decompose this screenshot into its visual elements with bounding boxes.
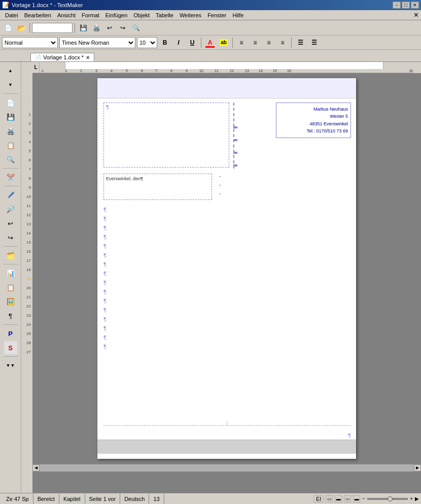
view-btn-4[interactable]: ▬: [353, 495, 360, 502]
address-frame[interactable]: Markus Neuhaus Wester 5 48351 Everswinke…: [276, 103, 351, 138]
menu-objekt[interactable]: Objekt: [130, 11, 153, 19]
sidebar-zoom[interactable]: 🔎: [4, 203, 17, 216]
align-right-button[interactable]: ≡: [263, 37, 275, 48]
tab-stop-indicator[interactable]: L: [32, 62, 40, 73]
horizontal-scroll-track[interactable]: [40, 464, 414, 472]
list-button[interactable]: ☰: [294, 37, 306, 48]
zoom-in-icon[interactable]: +: [410, 496, 413, 501]
search-button[interactable]: 🔍: [130, 22, 142, 34]
sidebar-chart[interactable]: 📊: [4, 266, 17, 280]
page-body: ¶ Markus Neuhaus Wester 5 48351 Everswin…: [97, 98, 356, 454]
align-center-button[interactable]: ≡: [249, 37, 261, 48]
view-btn-2[interactable]: ▬: [335, 495, 342, 502]
undo-button[interactable]: ↩: [103, 22, 116, 34]
menu-tabelle[interactable]: Tabelle: [153, 11, 177, 19]
recipient-frame[interactable]: Everswinkel, den¶ ▪ ▪ ▪: [103, 174, 212, 200]
line-numbers: – 1 2 3 4 5 6 7 8 9 10 11 12 13 14 15 16…: [21, 73, 32, 493]
print-button[interactable]: 🖨️: [90, 22, 102, 34]
body-line-15: ¶: [103, 333, 351, 342]
save-button[interactable]: 💾: [77, 22, 89, 34]
text-frame-left[interactable]: ¶: [103, 103, 229, 167]
align-justify-button[interactable]: ≡: [276, 37, 289, 48]
font-color-button[interactable]: A: [204, 37, 216, 48]
maximize-button[interactable]: □: [402, 2, 410, 9]
menu-datei[interactable]: Datei: [2, 11, 21, 19]
footer-mark: ¶: [348, 432, 351, 439]
zoom-out-icon[interactable]: −: [362, 496, 365, 501]
body-line-3: ¶: [103, 223, 351, 232]
zoom-thumb[interactable]: [388, 496, 393, 501]
zoom-right-icon[interactable]: ▶: [415, 496, 419, 501]
status-num: 13: [149, 493, 164, 504]
tab-close-button[interactable]: ✕: [86, 55, 90, 60]
menu-bearbeiten[interactable]: Bearbeiten: [21, 11, 54, 19]
view-btn-1[interactable]: ▭: [326, 495, 333, 502]
menu-weiteres[interactable]: Weiteres: [177, 11, 204, 19]
scroll-right-button[interactable]: ▶: [414, 464, 421, 472]
address-line1: Markus Neuhaus: [279, 106, 348, 113]
sidebar-search[interactable]: 🔍: [4, 153, 17, 166]
highlight-button[interactable]: ab: [218, 37, 230, 48]
sidebar-cut[interactable]: ✂️: [4, 171, 17, 184]
document-page: ¶ Markus Neuhaus Wester 5 48351 Everswin…: [97, 78, 356, 459]
close-button[interactable]: ✕: [411, 2, 419, 9]
sidebar-clip[interactable]: 📋: [4, 281, 17, 294]
sidebar-redo[interactable]: ↪: [4, 231, 17, 244]
separator-mark-3: [233, 152, 237, 154]
menu-hilfe[interactable]: Hilfe: [229, 11, 247, 19]
redo-button[interactable]: ↪: [117, 22, 129, 34]
editor-area: L -1 1 2 3 4 5 6 7 8 9 10 11: [21, 62, 421, 493]
sidebar-up-arrow[interactable]: ▲: [4, 64, 17, 77]
font-size-select[interactable]: 10: [137, 37, 157, 48]
view-btn-3[interactable]: ▭: [344, 495, 351, 502]
menu-fenster[interactable]: Fenster: [204, 11, 229, 19]
sidebar-new-doc[interactable]: 📄: [4, 96, 17, 109]
underline-button[interactable]: U: [186, 37, 198, 48]
separator-mark-2: [233, 139, 237, 141]
frame-mark-2: ▪: [219, 183, 221, 187]
style-dropdown[interactable]: [32, 23, 73, 33]
align-left-button[interactable]: ≡: [235, 37, 248, 48]
app-close-button[interactable]: ✕: [413, 11, 419, 19]
separator-mark-4: [233, 164, 237, 166]
ruler: -1 1 2 3 4 5 6 7 8 9 10 11 12 13 14 15 1: [40, 62, 414, 73]
sidebar-more[interactable]: ▼▼: [4, 359, 17, 372]
sidebar-undo[interactable]: ↩: [4, 217, 17, 230]
italic-button[interactable]: I: [172, 37, 185, 48]
sidebar-table[interactable]: 🗂️: [4, 249, 17, 262]
menu-format[interactable]: Format: [79, 11, 102, 19]
zoom-slider[interactable]: [367, 498, 408, 500]
bold-button[interactable]: B: [159, 37, 171, 48]
status-ze: Ze 47 Sp: [2, 493, 33, 504]
menu-ansicht[interactable]: Ansicht: [54, 11, 79, 19]
list2-button[interactable]: ☰: [308, 37, 320, 48]
page-scroll[interactable]: ¶ Markus Neuhaus Wester 5 48351 Everswin…: [32, 73, 421, 493]
body-line-6: ¶: [103, 251, 351, 260]
status-seite: Seite 1 vor: [85, 493, 121, 504]
sidebar-pencil[interactable]: 🖊️: [4, 188, 17, 201]
recipient-text: Everswinkel, den¶: [106, 176, 143, 181]
doc-icon: 📄: [35, 55, 41, 60]
open-button[interactable]: 📂: [15, 22, 27, 34]
new-button[interactable]: 📄: [2, 22, 14, 34]
left-sidebar: ▲ ▼ 📄 💾 🖨️ 📋 🔍 ✂️ 🖊️ 🔎 ↩ ↪ 🗂️ 📊 📋 🖼️ ¶ P…: [0, 62, 21, 493]
horizontal-scrollbar[interactable]: ◀ ▶: [32, 464, 421, 471]
font-select[interactable]: Times New Roman: [59, 37, 135, 48]
sidebar-print[interactable]: 🖨️: [4, 124, 17, 138]
sidebar-pdf[interactable]: 📋: [4, 139, 17, 152]
body-line-2: ¶: [103, 214, 351, 223]
sidebar-s-button[interactable]: S: [4, 341, 17, 354]
main-toolbar: 📄 📂 💾 🖨️ ↩ ↪ 🔍: [0, 20, 421, 36]
body-line-13: ¶: [103, 315, 351, 324]
scroll-left-button[interactable]: ◀: [32, 464, 40, 472]
paragraph-style-select[interactable]: Normal: [2, 37, 58, 48]
minimize-button[interactable]: −: [393, 2, 401, 9]
sidebar-save[interactable]: 💾: [4, 110, 17, 123]
menu-einfügen[interactable]: Einfügen: [102, 11, 130, 19]
body-line-11: ¶: [103, 296, 351, 306]
document-tab[interactable]: 📄 Vorlage 1.docx * ✕: [30, 53, 94, 61]
sidebar-paragraph[interactable]: ¶: [4, 309, 17, 322]
sidebar-down-arrow[interactable]: ▼: [4, 78, 17, 91]
sidebar-image[interactable]: 🖼️: [4, 295, 17, 308]
sidebar-p-button[interactable]: P: [4, 327, 17, 340]
